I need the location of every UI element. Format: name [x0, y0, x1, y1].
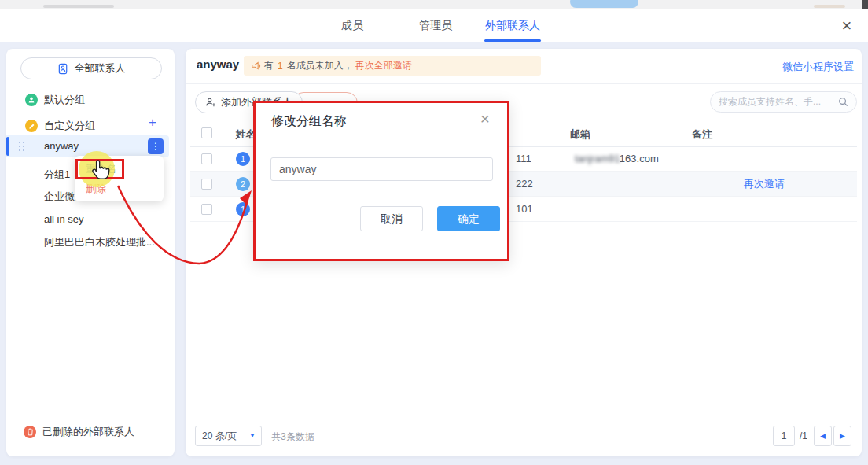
group-name: all in sey: [44, 213, 84, 225]
deleted-contacts-label: 已删除的外部联系人: [42, 425, 134, 439]
banner-count: 1: [278, 61, 283, 72]
all-contacts-button[interactable]: 全部联系人: [20, 57, 162, 79]
active-tab-indicator: [484, 39, 541, 42]
window-corner: [862, 0, 868, 9]
page-number-input[interactable]: 1: [773, 426, 795, 446]
search-input[interactable]: 搜索成员支持姓名、手...: [710, 91, 857, 113]
row-checkbox[interactable]: [201, 204, 212, 215]
row-checkbox[interactable]: [201, 153, 212, 164]
divider: [186, 83, 862, 84]
trash-icon: [24, 426, 36, 438]
person-icon: [25, 94, 38, 106]
add-group-button[interactable]: +: [145, 115, 160, 131]
search-icon: [838, 97, 848, 107]
dialog-close-icon[interactable]: ×: [476, 109, 495, 128]
browser-top-strip: [0, 0, 868, 9]
chevron-down-icon: ▼: [249, 426, 256, 445]
tab-external-contacts[interactable]: 外部联系人: [480, 9, 546, 42]
member-email: tanjram91163.com: [575, 146, 659, 172]
group-name: 分组1: [44, 168, 70, 180]
warning-banner: 有1名成员未加入，再次全部邀请: [244, 56, 541, 76]
top-strip-artifact: [814, 5, 845, 8]
rename-group-dialog: 修改分组名称 × 取消 确定: [253, 101, 509, 261]
drag-handle-icon[interactable]: [19, 142, 24, 151]
group-item-4[interactable]: 阿里巴巴白木胶处理批...: [6, 231, 169, 253]
next-page-button[interactable]: ▶: [833, 426, 851, 446]
group-name: 阿里巴巴白木胶处理批...: [44, 236, 155, 248]
member-phone: 222: [516, 172, 533, 197]
pencil-icon: [25, 120, 38, 132]
member-phone: 101: [516, 197, 533, 222]
top-strip-artifact: [43, 5, 114, 8]
cancel-button[interactable]: 取消: [360, 206, 423, 231]
group-item-anyway[interactable]: anyway ⋮: [6, 135, 169, 157]
banner-text: 名成员未加入，: [287, 59, 353, 72]
all-contacts-label: 全部联系人: [75, 61, 126, 76]
column-header-email: 邮箱: [570, 127, 590, 142]
invite-all-link[interactable]: 再次全部邀请: [355, 59, 412, 72]
total-count-text: 共3条数据: [271, 430, 314, 444]
context-menu-delete[interactable]: 删除: [86, 182, 153, 196]
contact-book-icon: [57, 63, 69, 75]
group-name-input[interactable]: [270, 157, 493, 181]
group-context-menu: 重命名 删除: [75, 156, 164, 201]
tab-members[interactable]: 成员: [330, 9, 374, 42]
select-all-checkbox[interactable]: [201, 127, 212, 138]
default-group-label: 默认分组: [44, 93, 85, 107]
custom-group-label: 自定义分组: [44, 119, 95, 133]
sidebar-item-default-group[interactable]: 默认分组: [6, 91, 175, 109]
selected-indicator-bar: [6, 137, 9, 156]
group-item-3[interactable]: all in sey: [6, 209, 169, 231]
sidebar: 全部联系人 默认分组 自定义分组 + anyway ⋮ 分组1: [6, 49, 175, 456]
group-name: anyway: [44, 140, 79, 152]
avatar: 1: [236, 202, 250, 216]
avatar: 1: [236, 152, 250, 166]
avatar: 2: [236, 177, 250, 191]
row-checkbox[interactable]: [201, 179, 212, 190]
reinvite-link[interactable]: 再次邀请: [744, 172, 785, 197]
tab-admins[interactable]: 管理员: [412, 9, 459, 42]
confirm-button[interactable]: 确定: [437, 206, 500, 231]
email-domain: 163.com: [620, 153, 659, 164]
prev-page-button[interactable]: ◀: [814, 426, 832, 446]
email-redacted: tanjram91: [575, 153, 620, 164]
member-phone: 111: [516, 146, 531, 172]
tab-bar: 成员 管理员 外部联系人 ×: [0, 9, 868, 42]
top-edge-button[interactable]: [570, 0, 638, 8]
page-size-value: 20 条/页: [202, 430, 237, 441]
context-menu-rename[interactable]: 重命名: [86, 162, 153, 176]
megaphone-icon: [251, 61, 262, 72]
total-pages-text: /1: [800, 430, 807, 441]
wechat-miniprogram-settings-link[interactable]: 微信小程序设置: [782, 60, 854, 74]
search-placeholder: 搜索成员支持姓名、手...: [719, 95, 838, 109]
close-icon[interactable]: ×: [837, 16, 857, 36]
page-size-select[interactable]: 20 条/页 ▼: [195, 426, 262, 446]
group-more-icon[interactable]: ⋮: [148, 138, 164, 154]
banner-text: 有: [264, 59, 274, 72]
app-window: 成员 管理员 外部联系人 × 全部联系人 默认分组 自定义分组 +: [0, 0, 868, 465]
sidebar-item-deleted-contacts[interactable]: 已删除的外部联系人: [6, 424, 175, 440]
dialog-title: 修改分组名称: [271, 113, 347, 130]
group-title: anyway: [197, 57, 239, 71]
column-header-remark: 备注: [692, 127, 712, 142]
person-add-icon: [205, 97, 216, 108]
